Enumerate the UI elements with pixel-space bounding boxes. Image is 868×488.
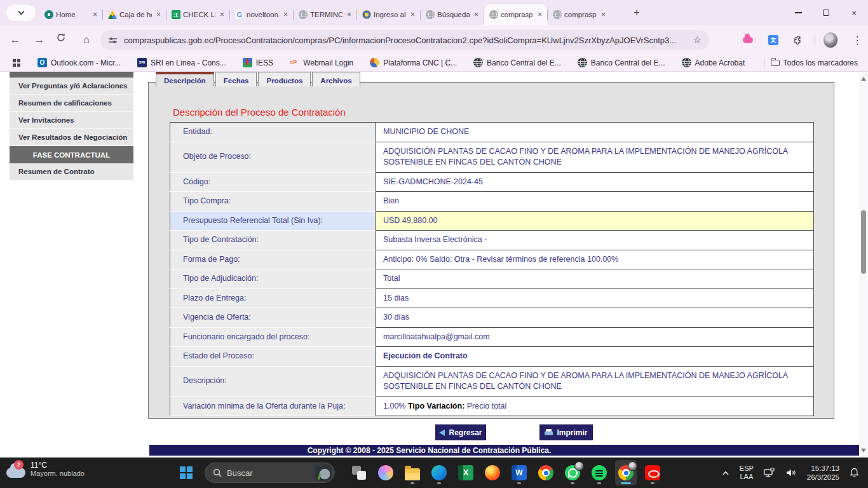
content-tab-fechas[interactable]: Fechas [215,72,257,86]
copilot-button[interactable] [375,460,397,485]
forward-icon[interactable]: → [32,32,47,48]
sidebar-item[interactable]: Resumen de Contrato [10,163,133,180]
new-tab-button[interactable]: + [629,6,644,21]
bookmark-label: IESS [256,58,273,67]
language-indicator[interactable]: ESP LAA [740,464,754,481]
tab-close-icon[interactable]: × [536,10,544,19]
sidebar-item[interactable]: Ver Resultados de Negociación [10,129,133,146]
screen: Home×Caja de he...×CHECK LIS...×noveltoo… [0,0,868,488]
tab-close-icon[interactable]: × [218,10,226,19]
tab-close-icon[interactable]: × [472,10,480,19]
volume-icon[interactable] [786,468,797,477]
tab-close-icon[interactable]: × [281,10,290,19]
sidebar-item[interactable]: Ver Invitaciones [10,112,133,129]
all-bookmarks-button[interactable]: Todos los marcadores [771,58,858,67]
window-controls: × [784,0,868,25]
browser-tab[interactable]: CHECK LIS...× [166,4,230,25]
date: 26/3/2025 [807,473,839,482]
tab-close-icon[interactable]: × [599,10,607,19]
imprimir-button[interactable]: Imprimir [539,424,593,440]
excel-button[interactable] [455,460,477,485]
tab-search-button[interactable] [6,4,36,21]
bookmark-item[interactable]: Banco Central del E... [578,58,665,67]
clock[interactable]: 15:37:13 26/3/2025 [807,464,839,482]
close-button[interactable]: × [840,0,868,25]
home-icon[interactable]: ⌂ [79,32,94,48]
tab-close-icon[interactable]: × [91,10,99,19]
content-tab-descripción[interactable]: Descripción [156,72,214,86]
translate-icon[interactable]: 文 [766,33,780,47]
file-explorer-button[interactable] [402,460,423,485]
bookmark-item[interactable]: SRI en Línea - Cons... [137,58,226,67]
row-label: Descripción: [170,366,376,396]
bookmarks-separator [764,58,764,68]
browser-tab[interactable]: Ingreso al...× [357,4,421,25]
maximize-button[interactable] [812,0,840,25]
chrome-active-button[interactable] [615,460,637,485]
browser-menu-icon[interactable]: ⋮ [850,33,864,47]
search-highlight-image[interactable] [315,464,332,481]
url-bar[interactable]: compraspublicas.gob.ec/ProcesoContrataci… [100,30,709,50]
row-label: Funcionario encargado del proceso: [170,327,376,347]
minimize-button[interactable] [784,0,812,25]
spotify-button[interactable] [588,460,610,485]
network-icon[interactable] [764,468,776,478]
row-value: Bien [376,192,814,212]
scroll-down-icon[interactable] [861,449,866,452]
bookmark-item[interactable]: IESS [243,58,273,67]
chrome-button[interactable] [535,460,557,485]
tab-title: Caja de he... [119,11,152,18]
bookmark-item[interactable]: Outlook.com - Micr... [37,58,121,67]
profile-avatar[interactable] [824,33,837,47]
back-icon[interactable]: ← [8,32,23,48]
browser-tab[interactable]: comprasp...× [548,4,611,25]
reload-icon[interactable] [56,32,71,48]
browser-tab[interactable]: comprasp...× [484,4,548,25]
site-settings-icon[interactable] [108,36,118,45]
start-button[interactable] [180,466,193,479]
row-value: ADQUISICIÓN PLANTAS DE CACAO FINO Y DE A… [376,366,814,396]
sidebar-item[interactable]: Ver Preguntas y/ó Aclaraciones [10,78,133,95]
pink-cloud-glyph [743,37,753,43]
notifications-bell-icon[interactable] [850,468,859,478]
bookmark-item[interactable]: Webmail Login [290,58,353,67]
time: 15:37:13 [811,464,839,473]
extensions-puzzle-icon[interactable] [791,33,805,47]
browser-tab[interactable]: Home× [39,4,103,25]
table-row: Tipo de Contratación:Subasta Inversa Ele… [170,231,814,250]
bookmark-star-icon[interactable]: ☆ [693,34,702,46]
edge-button[interactable] [428,460,450,485]
taskbar-search[interactable]: Buscar [205,463,335,483]
globe-favicon-icon [553,10,562,19]
bookmark-label: Banco Central del E... [591,58,665,67]
page-scrollbar[interactable] [859,72,868,458]
scroll-up-icon[interactable] [861,77,866,81]
bookmark-item[interactable]: Banco Central del E... [473,58,561,67]
tray-chevron-up-icon[interactable] [722,470,729,476]
firefox-button[interactable] [482,460,503,485]
browser-tab[interactable]: TERMINO...× [294,4,357,25]
word-button[interactable] [508,460,530,485]
whatsapp-button[interactable] [562,460,583,485]
tab-close-icon[interactable]: × [154,10,163,19]
browser-tab[interactable]: noveltoon...× [230,4,294,25]
pink-extension-icon[interactable] [741,33,755,47]
content-tab-archivos[interactable]: Archivos [312,72,360,86]
bookmark-item[interactable]: Adobe Acrobat [682,58,745,67]
apps-grid-icon[interactable] [13,59,16,62]
tab-close-icon[interactable]: × [409,10,417,19]
row-label: Objeto de Proceso: [170,142,376,172]
browser-tab[interactable]: Búsqueda...× [421,4,484,25]
avatar [824,32,837,48]
bookmark-item[interactable]: Plataforma CNC | C... [370,58,457,67]
search-placeholder: Buscar [227,468,315,478]
sidebar-item[interactable]: Resumen de calificaciones [10,95,133,112]
regresar-button[interactable]: Regresar [435,424,486,440]
tab-close-icon[interactable]: × [345,10,353,19]
weather-widget[interactable]: 2 11°C Mayorm. nublado [6,460,85,478]
scrollbar-thumb[interactable] [861,210,866,274]
browser-tab[interactable]: Caja de he...× [103,4,166,25]
content-tab-productos[interactable]: Productos [258,72,311,86]
task-view-button[interactable] [348,460,370,485]
acrobat-button[interactable] [642,460,663,485]
